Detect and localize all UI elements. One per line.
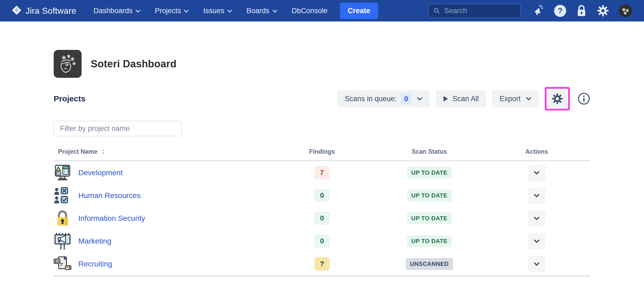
jira-brand[interactable]: Jira Software [12, 5, 76, 16]
nav-icon-group: ? [533, 4, 632, 17]
main-content: Soteri Dashboard Projects Scans in queue… [54, 50, 590, 277]
row-actions-dropdown[interactable] [528, 256, 546, 272]
chevron-down-icon [534, 262, 540, 266]
megaphone-icon [533, 5, 544, 17]
column-header-findings: Findings [268, 148, 376, 155]
nav-item-dashboards[interactable]: Dashboards [93, 7, 140, 15]
projects-table: Project Name Findings Scan Status Action… [54, 148, 590, 277]
row-actions-dropdown[interactable] [528, 188, 546, 204]
scans-in-queue-label: Scans in queue: [345, 95, 397, 103]
table-row: Human Resources 0 UP TO DATE [54, 184, 590, 207]
nav-item-projects[interactable]: Projects [155, 7, 189, 15]
scan-status-badge: UP TO DATE [407, 190, 452, 201]
table-header-row: Project Name Findings Scan Status Action… [54, 148, 590, 161]
top-nav-bar: Jira Software Dashboards Projects Issues… [0, 0, 644, 21]
chevron-down-icon [136, 10, 140, 13]
table-row: Development 7 UP TO DATE [54, 161, 590, 184]
scans-in-queue-dropdown[interactable]: Scans in queue: 0 [337, 90, 430, 107]
lock-icon [576, 5, 587, 17]
help-button[interactable]: ? [554, 5, 566, 17]
search-icon [433, 7, 440, 14]
nav-item-boards[interactable]: Boards [247, 7, 277, 15]
nav-item-issues[interactable]: Issues [203, 7, 232, 15]
nav-settings-button[interactable] [597, 5, 609, 17]
brand-title: Jira Software [25, 6, 76, 16]
chevron-down-icon [417, 97, 422, 101]
queue-count-badge: 0 [401, 93, 411, 104]
development-project-icon [54, 164, 71, 182]
projects-section-header: Projects Scans in queue: 0 Scan All Expo… [54, 88, 590, 109]
marketing-project-icon [54, 232, 71, 250]
gear-icon [597, 5, 609, 17]
jira-logo-icon [12, 5, 21, 16]
project-link[interactable]: Recruiting [78, 260, 112, 268]
lock-button[interactable] [576, 5, 587, 17]
nav-item-dbconsole[interactable]: DbConsole [292, 7, 328, 15]
play-icon [443, 96, 448, 102]
user-avatar [619, 4, 632, 17]
chevron-down-icon [272, 10, 277, 13]
security-lock-project-icon [54, 210, 71, 227]
help-icon: ? [554, 5, 566, 17]
projects-heading: Projects [54, 94, 85, 103]
soteri-logo-icon [54, 50, 82, 78]
profile-avatar-button[interactable] [619, 4, 632, 17]
findings-badge: 0 [314, 234, 330, 248]
recruiting-project-icon [54, 255, 71, 273]
project-filter-input[interactable] [54, 121, 182, 136]
findings-badge: 0 [314, 212, 330, 225]
info-button[interactable] [577, 92, 590, 105]
human-resources-project-icon [54, 187, 71, 204]
chevron-down-icon [526, 97, 531, 101]
scan-status-badge: UP TO DATE [407, 167, 452, 179]
table-row: Marketing 0 UP TO DATE [54, 230, 590, 252]
projects-toolbar: Scans in queue: 0 Scan All Export [337, 87, 590, 111]
chevron-down-icon [534, 171, 540, 175]
dashboard-settings-button[interactable] [548, 90, 567, 107]
scan-status-badge: UP TO DATE [407, 212, 452, 224]
row-actions-dropdown[interactable] [528, 233, 546, 249]
dashboard-header: Soteri Dashboard [54, 50, 590, 78]
chevron-down-icon [184, 10, 189, 13]
announcement-button[interactable] [533, 5, 544, 17]
gear-icon [551, 93, 563, 105]
nav-menu: Dashboards Projects Issues Boards DbCons… [93, 7, 327, 15]
info-icon [577, 92, 590, 105]
scan-status-badge: UP TO DATE [407, 235, 452, 247]
column-header-scan-status: Scan Status [376, 148, 483, 155]
findings-badge: 7 [314, 166, 330, 179]
chevron-down-icon [534, 239, 540, 243]
page-title: Soteri Dashboard [91, 58, 177, 70]
table-row: Recruiting ? UNSCANNED [54, 252, 590, 275]
search-input[interactable] [444, 7, 515, 15]
nav-search-box[interactable] [428, 4, 521, 18]
project-link[interactable]: Human Resources [78, 191, 141, 200]
project-link[interactable]: Development [78, 168, 123, 177]
chevron-down-icon [534, 217, 540, 220]
column-header-actions: Actions [483, 148, 590, 155]
table-row: Information Security 0 UP TO DATE [54, 207, 590, 230]
scan-status-badge: UNSCANNED [406, 258, 453, 270]
chevron-down-icon [534, 194, 540, 197]
export-dropdown[interactable]: Export [492, 90, 539, 107]
project-link[interactable]: Information Security [78, 214, 145, 223]
project-link[interactable]: Marketing [78, 237, 111, 245]
findings-badge: 0 [314, 189, 330, 202]
column-header-project-name[interactable]: Project Name [54, 148, 268, 155]
findings-badge: ? [314, 257, 330, 270]
row-actions-dropdown[interactable] [528, 165, 546, 181]
scan-all-button[interactable]: Scan All [436, 90, 486, 107]
create-button[interactable]: Create [340, 3, 378, 19]
table-bottom-divider [54, 275, 590, 277]
chevron-down-icon [227, 10, 232, 13]
sort-icon [101, 149, 105, 155]
settings-highlight-box [545, 87, 570, 111]
row-actions-dropdown[interactable] [528, 210, 546, 226]
